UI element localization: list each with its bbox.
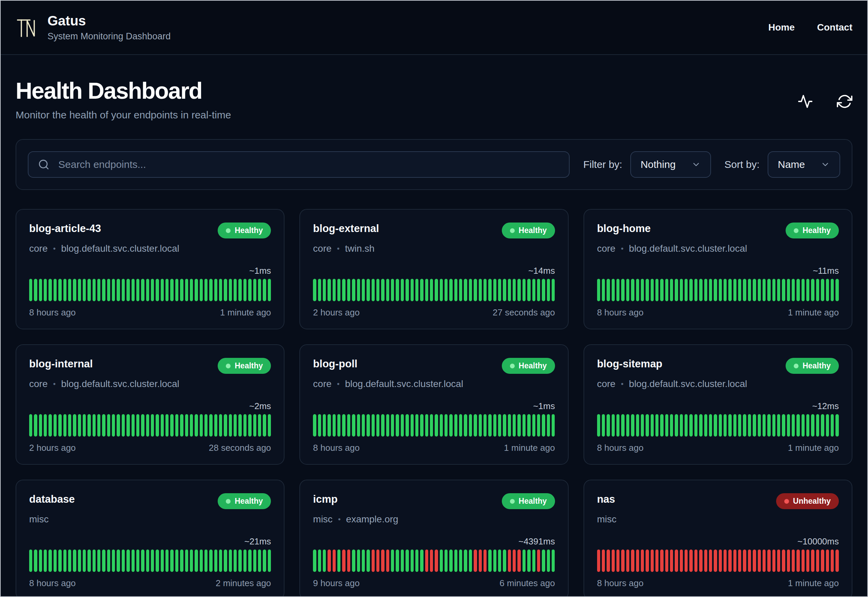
uptime-bar <box>704 414 707 437</box>
uptime-bar <box>161 414 164 437</box>
uptime-bar <box>410 549 414 572</box>
latency-value: ~1ms <box>29 266 271 276</box>
uptime-bar <box>224 279 227 301</box>
uptime-bar <box>695 279 698 301</box>
uptime-bar <box>268 549 271 572</box>
nav-contact[interactable]: Contact <box>817 22 852 33</box>
endpoint-card[interactable]: icmp Healthy misc • example.org ~4391ms … <box>299 480 568 597</box>
nav-home[interactable]: Home <box>768 22 795 33</box>
uptime-bar <box>641 549 644 572</box>
uptime-bar <box>141 414 144 437</box>
endpoint-card[interactable]: blog-sitemap Healthy core • blog.default… <box>584 344 852 465</box>
status-badge: Healthy <box>218 358 271 374</box>
uptime-bar <box>616 279 619 301</box>
window-end: 2 minutes ago <box>216 578 271 588</box>
window-start: 8 hours ago <box>597 307 644 318</box>
brand[interactable]: Gatus System Monitoring Dashboard <box>16 13 170 42</box>
window-end: 28 seconds ago <box>209 443 271 453</box>
uptime-bar <box>337 279 341 301</box>
uptime-bar <box>782 549 785 572</box>
sort-select[interactable]: Name <box>768 151 840 178</box>
uptime-bar <box>517 279 520 301</box>
uptime-bar <box>469 414 472 437</box>
endpoint-meta: core • blog.default.svc.cluster.local <box>29 243 271 254</box>
uptime-bar <box>347 414 350 437</box>
uptime-bar <box>597 414 600 437</box>
uptime-bar <box>753 414 756 437</box>
uptime-bar <box>806 414 809 437</box>
uptime-bar <box>117 414 120 437</box>
uptime-bar <box>391 279 394 301</box>
card-header: blog-poll Healthy <box>313 358 555 374</box>
uptime-bar <box>367 414 370 437</box>
uptime-bar <box>459 279 462 301</box>
uptime-bar <box>180 414 183 437</box>
uptime-bar <box>151 279 154 301</box>
toolbar: Filter by: Nothing Sort by: Name <box>16 139 852 190</box>
uptime-bar <box>248 549 251 572</box>
filter-select[interactable]: Nothing <box>630 151 711 178</box>
card-header: nas Unhealthy <box>597 493 839 509</box>
status-badge: Healthy <box>502 358 555 374</box>
uptime-bar <box>772 279 775 301</box>
status-label: Healthy <box>519 497 547 506</box>
uptime-bar <box>243 414 246 437</box>
page-actions <box>797 94 852 109</box>
uptime-bar <box>425 279 428 301</box>
uptime-bar <box>675 414 678 437</box>
endpoint-card[interactable]: blog-external Healthy core • twin.sh ~14… <box>299 209 568 330</box>
uptime-bar <box>185 279 188 301</box>
latency-value: ~11ms <box>597 266 839 276</box>
latency-value: ~2ms <box>29 401 271 411</box>
refresh-icon[interactable] <box>837 94 852 109</box>
uptime-bar <box>782 414 785 437</box>
status-label: Healthy <box>519 226 547 235</box>
uptime-bar <box>166 279 169 301</box>
endpoint-host: blog.default.svc.cluster.local <box>345 379 464 389</box>
uptime-bar <box>420 549 423 572</box>
search-input[interactable] <box>28 151 570 178</box>
endpoint-card[interactable]: blog-poll Healthy core • blog.default.sv… <box>299 344 568 465</box>
filter-value: Nothing <box>640 159 675 170</box>
time-window: 9 hours ago 6 minutes ago <box>313 578 555 588</box>
uptime-bar <box>53 279 56 301</box>
status-dot-icon <box>510 228 515 233</box>
uptime-bar <box>367 549 370 572</box>
uptime-bars <box>313 279 555 301</box>
uptime-bar <box>34 549 37 572</box>
uptime-bar <box>68 414 71 437</box>
uptime-bar <box>743 549 746 572</box>
activity-icon[interactable] <box>797 94 813 109</box>
uptime-bar <box>826 414 829 437</box>
endpoint-card[interactable]: nas Unhealthy misc ~10000ms 8 hours ago … <box>584 480 852 597</box>
endpoint-card[interactable]: blog-article-43 Healthy core • blog.defa… <box>16 209 284 330</box>
uptime-bar <box>655 549 658 572</box>
uptime-bar <box>821 549 824 572</box>
uptime-bar <box>327 414 330 437</box>
uptime-bar <box>763 549 766 572</box>
uptime-bar <box>415 549 418 572</box>
uptime-bar <box>474 549 477 572</box>
endpoint-card[interactable]: database Healthy misc ~21ms 8 hours ago … <box>16 480 284 597</box>
sort-control: Sort by: Name <box>724 151 840 178</box>
uptime-bar <box>29 414 32 437</box>
uptime-bars <box>29 549 271 572</box>
uptime-bar <box>34 414 37 437</box>
uptime-bar <box>87 414 90 437</box>
uptime-bar <box>660 279 663 301</box>
uptime-bar <box>78 549 81 572</box>
uptime-bar <box>386 549 389 572</box>
uptime-bar <box>347 549 350 572</box>
uptime-bar <box>728 549 731 572</box>
page-head: Health Dashboard Monitor the health of y… <box>16 77 852 121</box>
uptime-bar <box>513 549 516 572</box>
uptime-bar <box>474 279 477 301</box>
uptime-bar <box>87 549 90 572</box>
uptime-bar <box>547 279 550 301</box>
uptime-bar <box>342 279 345 301</box>
endpoint-card[interactable]: blog-internal Healthy core • blog.defaul… <box>16 344 284 465</box>
uptime-bar <box>806 549 809 572</box>
uptime-bar <box>641 279 644 301</box>
endpoint-card[interactable]: blog-home Healthy core • blog.default.sv… <box>584 209 852 330</box>
uptime-bar <box>724 549 727 572</box>
